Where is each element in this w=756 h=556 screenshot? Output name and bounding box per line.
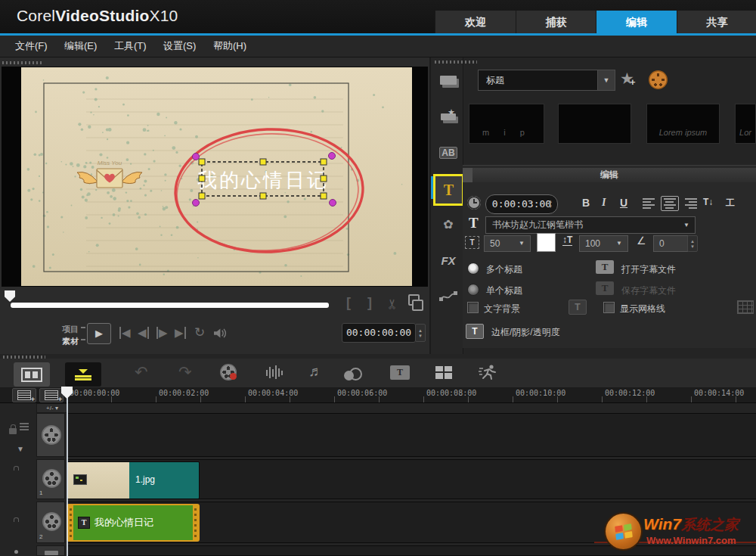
scrubber-handle[interactable] [5,290,15,302]
title-track-lane-partial[interactable] [67,545,756,556]
underline-button[interactable]: U [620,197,627,209]
vertical-text-button[interactable]: T↓ [703,197,713,207]
enlarge-preview-icon[interactable] [408,294,423,311]
spin-down-icon[interactable]: ▾ [419,333,422,338]
title-template-thumbnail[interactable]: m i p [469,104,544,144]
panel-grip[interactable] [2,61,42,64]
end-frame-button[interactable]: ▶ [175,327,186,339]
align-left-button[interactable] [641,197,658,210]
timeline-view-button-active[interactable] [65,362,101,387]
title-track-header-partial[interactable] [36,545,65,556]
home-frame-button[interactable]: ◀ [119,327,131,339]
bold-button[interactable]: B [582,197,590,209]
chevron-down-icon[interactable]: ▼ [611,236,627,251]
chevron-down-icon[interactable]: ▼ [678,217,695,233]
title-tool-selected[interactable]: T [433,174,464,206]
title-template-thumbnail[interactable] [558,104,631,144]
menu-settings[interactable]: 设置(S) [163,36,196,57]
preview-image[interactable]: Miss You 我的心情日记 [21,67,412,286]
title-clip-selected[interactable]: T 我的心情日记 [67,504,200,542]
video-track-header[interactable] [36,413,65,457]
italic-button[interactable]: I [602,197,606,209]
horizontal-text-button[interactable]: 工 [726,197,735,210]
duration-stepper[interactable]: ▴ ▾ [546,196,555,211]
multiple-titles-radio[interactable] [467,262,479,275]
storyboard-view-button[interactable] [14,362,50,387]
chevron-down-icon[interactable]: ▼ [597,70,615,90]
video-track-lane[interactable] [67,413,756,457]
mark-in-button[interactable]: [ [346,295,351,311]
add-to-favorites-icon[interactable]: ★+ [620,70,634,88]
spin-down-icon[interactable]: ▾ [549,203,552,209]
sound-mixer-icon[interactable] [265,365,284,379]
track-add-remove-control[interactable]: +/- ▾ [36,403,68,413]
undo-button[interactable]: ↶ [135,365,148,380]
multiple-titles-label[interactable]: 多个标题 [486,263,522,276]
filter-fx-icon[interactable]: FX [437,251,460,269]
font-family-dropdown[interactable]: 书体坊赵九江钢笔楷书 ▼ [485,216,696,234]
overlay-icon[interactable]: ✿ [437,215,460,233]
chevron-down-icon[interactable]: ▼ [513,236,530,251]
motion-path-icon[interactable] [437,287,460,306]
add-track-button[interactable] [39,388,64,402]
chevron-down-icon[interactable]: ▼ [17,445,24,453]
menu-edit[interactable]: 编辑(E) [64,36,97,57]
next-frame-button[interactable]: ▶ [156,327,168,339]
previous-frame-button[interactable]: ◀ [138,327,149,339]
playhead-line[interactable] [67,387,68,556]
show-grid-checkbox[interactable] [603,302,615,313]
border-shadow-icon[interactable]: T [466,324,484,339]
single-title-label[interactable]: 单个标题 [486,284,522,297]
font-color-swatch[interactable] [537,233,556,252]
auto-music-icon[interactable]: ♬ [308,364,323,379]
line-spacing-dropdown[interactable]: 100 ▼ [579,235,628,252]
timecode-stepper[interactable]: ▴ ▾ [415,324,426,342]
spin-up-icon[interactable]: ▴ [691,238,694,244]
tab-welcome[interactable]: 欢迎 [435,11,516,33]
split-screen-template-icon[interactable] [435,366,452,379]
redo-button[interactable]: ↷ [178,365,192,380]
tab-share[interactable]: 共享 [677,11,756,33]
text-backdrop-label[interactable]: 文字背景 [484,303,520,315]
open-subtitle-button[interactable]: 打开字幕文件 [621,263,676,276]
panel-grip[interactable] [435,61,477,64]
transitions-icon[interactable]: AB [437,144,460,162]
scrubber-track[interactable] [11,303,329,308]
track-transparency-icon[interactable] [344,368,362,384]
image-clip[interactable]: 1.jpg [67,461,200,499]
text-backdrop-checkbox[interactable] [467,302,479,313]
spin-up-icon[interactable]: ▴ [549,198,552,203]
gallery-category-dropdown[interactable]: 标题 ▼ [478,70,615,91]
spin-up-icon[interactable]: ▴ [419,328,422,333]
spin-down-icon[interactable]: ▾ [691,244,694,249]
trim-handle-left[interactable] [68,505,73,540]
menu-file[interactable]: 文件(F) [15,36,48,57]
mark-out-button[interactable]: ] [367,295,372,311]
motion-tracking-icon[interactable] [479,364,498,381]
project-mode-label[interactable]: 项目 [62,324,79,335]
volume-icon[interactable] [212,328,227,339]
get-more-content-icon[interactable] [649,70,668,89]
rotation-angle-field[interactable]: 0 [653,235,688,252]
single-title-radio[interactable] [467,284,479,296]
title-template-thumbnail[interactable]: Lor [735,104,756,144]
menu-help[interactable]: 帮助(H) [213,36,246,57]
overlay-track1-header[interactable]: 1 [36,459,65,499]
tab-capture[interactable]: 捕获 [516,11,596,33]
split-clip-icon[interactable]: ✂ [384,298,401,309]
title-text-overlay[interactable]: 我的心情日记 [197,169,329,191]
subtitle-editor-icon[interactable]: T [390,365,410,380]
border-shadow-button[interactable]: 边框/阴影/透明度 [491,326,560,339]
play-button[interactable]: ▶ [87,323,111,344]
overlay-track2-header[interactable]: 2 [36,502,65,543]
title-template-thumbnail[interactable]: Lorem ipsum [646,104,720,144]
clip-mode-label[interactable]: 素材 [62,336,79,347]
rotation-stepper[interactable]: ▴ ▾ [687,235,698,252]
lock-all-tracks-icon[interactable] [9,424,17,437]
font-size-dropdown[interactable]: 50 ▼ [484,235,531,252]
repeat-button[interactable]: ↻ [194,327,205,339]
open-subtitle-icon[interactable]: T [596,260,614,274]
record-capture-icon[interactable] [220,364,237,381]
align-right-button[interactable] [682,197,699,210]
align-center-button-active[interactable] [661,196,679,211]
